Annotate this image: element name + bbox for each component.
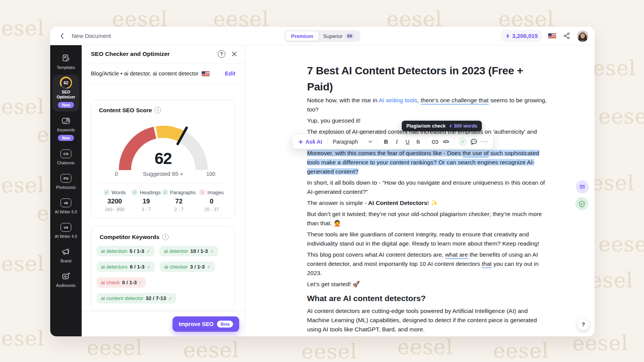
code-button[interactable]: </> [441,137,450,146]
more-options-button[interactable]: ··· [480,137,489,146]
info-icon[interactable]: i [162,234,169,240]
sidebar-item-label: Chatsonic [57,161,75,165]
strikethrough-button[interactable]: S [413,137,423,146]
text-run: These tools are like guardians of conten… [307,231,539,247]
summary-lines-icon [579,184,585,190]
toolbar-divider [426,138,427,146]
chip-count: 6 / 1-3 [130,264,145,270]
plan-premium-tab[interactable]: Premium [286,31,319,41]
seo-score-suggested: Suggested 65 + [106,170,221,177]
stat-range: 343 - 658 [99,207,130,212]
doc-paragraph: AI content detectors are cutting-edge to… [307,306,548,334]
credits-counter[interactable]: 3,206,015 [501,30,542,42]
competitor-keywords-card: Competitor Keywords i ai detection5 / 1-… [91,226,235,311]
ask-ai-button[interactable]: Ask AI [296,139,324,145]
ai-writer-40-icon: v4 [61,222,71,232]
sidebar-item-ai-writer-40[interactable]: v4AI Writer 4.0 [53,219,79,242]
new-badge: New [58,135,74,141]
selected-text[interactable]: Moreover, with this comes the fear of qu… [307,150,539,175]
comment-icon [470,139,477,145]
locale-flag-icon [202,71,210,76]
inline-link[interactable]: AI writing tools [379,97,417,103]
plan-superior-badge: 6X [345,33,355,39]
keyword-chip[interactable]: ai detector10 / 1-3✓ [159,246,218,256]
suggestion-underline[interactable]: the use of [463,150,489,157]
us-flag-icon[interactable] [548,33,556,38]
comment-button[interactable] [469,137,478,146]
plagiarism-word-cost: 500 words [454,123,477,129]
sidebar-item-label: AI Writer 4.0 [55,234,77,239]
paragraph-style-select[interactable]: Paragraph [331,139,374,145]
watermark-text: eesel [183,338,239,362]
suggestion-underline[interactable]: what are [445,251,468,259]
suggestion-underline[interactable]: that [482,260,492,268]
stat-label: Words [112,190,126,195]
seo-panel-content[interactable]: Content SEO Score i 62 Suggested 6 [82,84,245,311]
chatsonic-icon: CS [61,149,71,159]
improve-seo-label: Improve SEO [179,321,214,327]
underline-button[interactable]: U [402,137,412,146]
keyword-chip[interactable]: ai check0 / 1-3↑ [97,277,146,288]
chevron-down-icon [368,141,372,143]
close-panel-button[interactable] [232,51,237,57]
bolt-icon [506,33,510,39]
help-button[interactable]: ? [577,318,590,331]
check-icon: ✓ [168,296,172,301]
sidebar-item-label: Audiosonic [56,283,76,288]
link-icon [432,139,439,145]
keyword-chip[interactable]: ai detection5 / 1-3✓ [97,246,154,256]
summary-quick-action[interactable] [576,180,589,193]
document-meta-row: Blog/Article • ai detector, ai content d… [82,63,245,84]
chip-count: 5 / 1-3 [130,248,144,254]
back-button[interactable] [58,32,66,40]
text-run: Yup, you guessed it! [307,117,361,124]
grammar-check-button[interactable]: ✓ [458,138,467,146]
watermark-text: eesel [493,339,549,362]
keyword-chip[interactable]: ai content detector32 / 7-13✓ [97,293,176,303]
doc-paragraph: The answer is simple - AI Content Detect… [307,198,548,208]
suggestion-underline[interactable]: there’s one challenge that [421,97,488,105]
link-button[interactable] [430,137,440,146]
sidebar-item-chatsonic[interactable]: CSChatsonic [53,146,79,169]
keyword-chip[interactable]: ai checker3 / 1-3✓ [160,262,215,272]
plan-superior-tab[interactable]: Superior 6X [319,31,359,41]
keyword-chip[interactable]: ai detectors6 / 1-3✓ [97,262,155,272]
sidebar-item-templates[interactable]: Templates [53,50,79,74]
sidebar-item-seo-optimizer[interactable]: 62SEO OptimizerNew [53,75,79,111]
bolt-icon [449,124,452,128]
close-icon [232,51,237,57]
help-icon[interactable]: ? [218,50,225,58]
seo-score-value: 62 [106,149,221,168]
document-title[interactable]: New Document [72,33,111,39]
check-icon: ✓ [131,189,138,195]
sparkle-icon [298,139,303,144]
avatar[interactable] [577,30,588,42]
beta-badge: Beta [217,321,233,328]
paragraph-style-value: Paragraph [333,139,358,145]
model-plan-toggle: Premium Superior 6X [284,30,360,42]
sidebar-item-photosonic[interactable]: PSPhotosonic [53,170,79,193]
stat-value: 72 [162,198,196,205]
watermark-text: eesel [0,95,44,119]
sidebar-item-brand[interactable]: Brand [53,244,79,267]
italic-button[interactable]: I [392,137,401,146]
content-check-quick-action[interactable] [575,197,588,210]
bold-button[interactable]: B [381,137,391,146]
sidebar-item-audiosonic[interactable]: Audiosonic [53,268,79,292]
share-button[interactable] [562,31,571,41]
sidebar-item-ai-writer-50[interactable]: v5AI Writer 5.0 [53,195,79,218]
seo-panel-title: SEO Checker and Optimizer [91,51,170,57]
stat-label: Paragraphs [170,190,196,195]
document-body[interactable]: 7 Best AI Content Detectors in 2023 (Fre… [245,45,548,336]
info-icon[interactable]: i [154,107,161,113]
ai-writer-50-icon: v5 [61,198,71,208]
doc-heading: 7 Best AI Content Detectors in 2023 (Fre… [307,63,548,95]
plagiarism-check-tooltip[interactable]: Plagiarism check 500 words [402,121,482,131]
chip-count: 0 / 1-3 [122,280,137,285]
editor-canvas[interactable]: 7 Best AI Content Detectors in 2023 (Fre… [245,45,595,336]
brand-icon [62,247,70,257]
improve-seo-button[interactable]: Improve SEO Beta [172,316,239,332]
edit-keywords-button[interactable]: Edit [225,70,235,77]
templates-icon [62,53,70,63]
sidebar-item-keywords[interactable]: KeywordsNew [53,113,79,144]
